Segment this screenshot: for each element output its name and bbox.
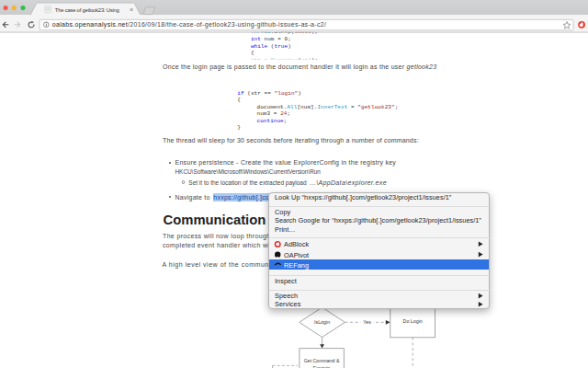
svg-text:The case of getlook23: Using: The case of getlook23: Using [55, 7, 119, 13]
svg-text:IsLogin: IsLogin [314, 319, 330, 325]
svg-text:Execute: Execute [313, 365, 331, 368]
svg-text:Do Login: Do Login [403, 318, 423, 324]
svg-text:oalabs.openanalysis.net/2016/0: oalabs.openanalysis.net/2016/09/18/the-c… [52, 21, 326, 29]
svg-text:Get Command &: Get Command & [304, 358, 340, 363]
svg-text:Yes: Yes [363, 319, 371, 325]
